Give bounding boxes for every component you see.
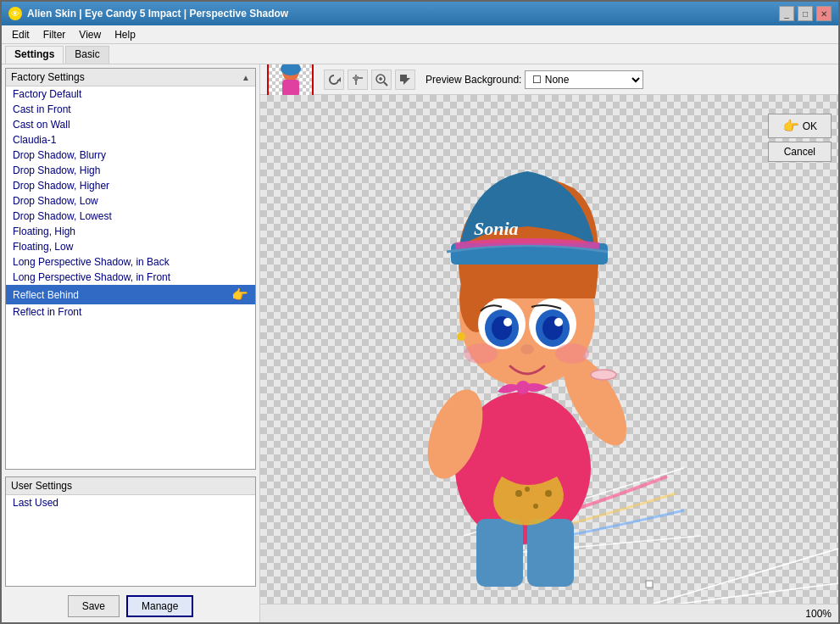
scroll-up-arrow[interactable]: ▲ — [242, 73, 250, 82]
list-item-last-used[interactable]: Last Used — [6, 495, 255, 510]
preview-bg-select[interactable]: ☐ None — [525, 70, 643, 89]
zoom-level: 100% — [805, 608, 832, 620]
factory-settings-label: Factory Settings — [11, 71, 85, 83]
user-settings-header: User Settings — [6, 477, 255, 495]
list-item-cast-front[interactable]: Cast in Front — [6, 102, 255, 117]
list-item-cast-wall[interactable]: Cast on Wall — [6, 117, 255, 132]
preview-bg-label: Preview Background: — [426, 74, 521, 86]
status-bar: 100% — [260, 604, 838, 622]
zoom-icon[interactable] — [371, 70, 392, 90]
list-item-drop-blurry[interactable]: Drop Shadow, Blurry — [6, 148, 255, 163]
app-icon: 👁 — [8, 7, 22, 20]
ok-pointer-icon: 👉 — [782, 118, 799, 134]
menu-filter[interactable]: Filter — [36, 27, 73, 42]
tab-settings[interactable]: Settings — [5, 46, 64, 64]
factory-settings-container: Factory Settings ▲ Factory Default Cast … — [5, 68, 256, 470]
menu-bar: Edit Filter View Help — [2, 25, 838, 44]
pointer-icon: 👉 — [231, 287, 248, 303]
list-item-floating-low[interactable]: Floating, Low — [6, 239, 255, 254]
svg-rect-6 — [282, 80, 299, 97]
tab-basic[interactable]: Basic — [65, 46, 108, 64]
window-title: Alien Skin | Eye Candy 5 Impact | Perspe… — [27, 8, 288, 20]
list-item-long-back[interactable]: Long Perspective Shadow, in Back — [6, 254, 255, 270]
svg-line-11 — [384, 82, 387, 86]
factory-settings-header: Factory Settings ▲ — [6, 69, 255, 86]
pan-icon[interactable] — [348, 70, 368, 90]
close-button[interactable]: ✕ — [816, 6, 832, 21]
menu-edit[interactable]: Edit — [5, 27, 36, 42]
user-settings-list[interactable]: Last Used — [6, 495, 255, 586]
factory-settings-list[interactable]: Factory Default Cast in Front Cast on Wa… — [6, 86, 255, 469]
preview-toolbar: Preview Background: ☐ None — [260, 64, 838, 95]
svg-line-45 — [548, 582, 838, 604]
menu-help[interactable]: Help — [108, 27, 142, 42]
list-item-factory-default[interactable]: Factory Default — [6, 86, 255, 102]
list-item-reflect-front[interactable]: Reflect in Front — [6, 304, 255, 320]
main-content: Factory Settings ▲ Factory Default Cast … — [2, 64, 838, 622]
minimize-button[interactable]: _ — [779, 6, 794, 21]
ok-button[interactable]: 👉 OK — [768, 114, 832, 138]
bottom-buttons: Save Manage — [2, 590, 259, 622]
tabs-bar: Settings Basic — [2, 44, 838, 64]
cancel-button[interactable]: Cancel — [768, 142, 832, 162]
list-item-long-front[interactable]: Long Perspective Shadow, in Front — [6, 270, 255, 285]
arrow-icon[interactable] — [395, 70, 415, 90]
ok-cancel-area: 👉 OK Cancel — [768, 114, 832, 162]
main-window: 👁 Alien Skin | Eye Candy 5 Impact | Pers… — [0, 0, 840, 624]
preview-area[interactable]: Sonia — [260, 95, 838, 604]
right-panel: Preview Background: ☐ None — [260, 64, 838, 622]
list-item-reflect-behind[interactable]: Reflect Behind 👉 — [6, 285, 255, 304]
svg-line-44 — [540, 519, 838, 604]
title-bar-left: 👁 Alien Skin | Eye Candy 5 Impact | Pers… — [8, 7, 288, 20]
svg-point-9 — [354, 75, 359, 80]
save-button[interactable]: Save — [68, 595, 120, 617]
maximize-button[interactable]: □ — [798, 6, 813, 21]
list-item-drop-low[interactable]: Drop Shadow, Low — [6, 193, 255, 209]
title-bar: 👁 Alien Skin | Eye Candy 5 Impact | Pers… — [2, 2, 838, 25]
title-controls: _ □ ✕ — [779, 6, 832, 21]
left-panel: Factory Settings ▲ Factory Default Cast … — [2, 64, 260, 622]
list-item-claudia[interactable]: Claudia-1 — [6, 132, 255, 148]
ok-label: OK — [803, 120, 817, 132]
list-item-drop-lowest[interactable]: Drop Shadow, Lowest — [6, 209, 255, 224]
user-settings-container: User Settings Last Used — [5, 476, 256, 587]
svg-marker-14 — [400, 75, 410, 85]
shadow-controls — [260, 95, 838, 604]
manage-button[interactable]: Manage — [126, 595, 193, 617]
reflect-behind-label: Reflect Behind — [13, 289, 79, 301]
list-item-drop-higher[interactable]: Drop Shadow, Higher — [6, 178, 255, 193]
list-item-drop-high[interactable]: Drop Shadow, High — [6, 163, 255, 178]
list-item-floating-high[interactable]: Floating, High — [6, 224, 255, 239]
menu-view[interactable]: View — [72, 27, 108, 42]
reset-icon[interactable] — [324, 70, 344, 90]
svg-rect-46 — [646, 581, 653, 588]
